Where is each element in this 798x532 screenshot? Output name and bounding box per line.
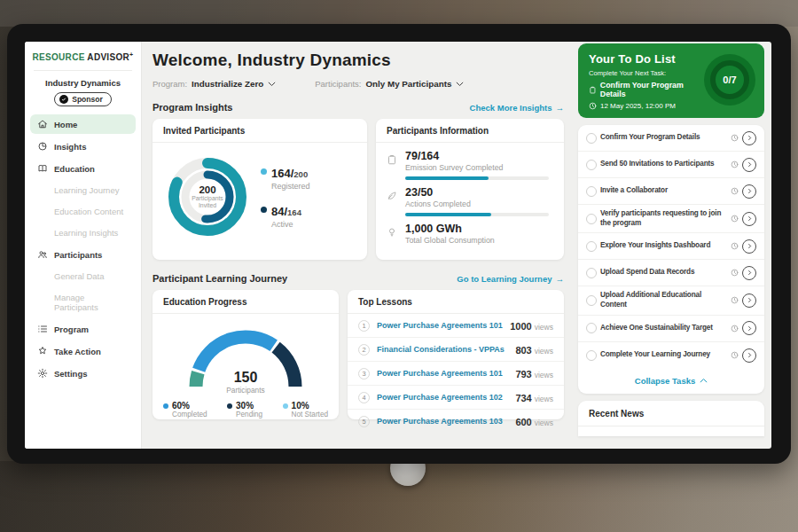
sidebar-item-manage-participants[interactable]: Manage Participants xyxy=(30,288,136,317)
sidebar-item-insights[interactable]: Insights xyxy=(30,137,136,156)
lesson-link[interactable]: Power Purchase Agreements 103 xyxy=(377,417,508,426)
go-to-learning-journey-link[interactable]: Go to Learning Journey → xyxy=(457,274,564,284)
sidebar-item-settings[interactable]: Settings xyxy=(30,364,136,383)
chevron-right-icon xyxy=(747,215,753,222)
top-lessons-card: Top Lessons 1 Power Purchase Agreements … xyxy=(348,290,564,419)
stat-total-consumption: 1,000 GWh Total Global Consumption xyxy=(387,223,553,249)
card-title: Top Lessons xyxy=(348,290,564,314)
sidebar-item-label: Manage Participants xyxy=(54,293,98,312)
task-label: Send 50 Invitations to Participants xyxy=(600,155,727,174)
sidebar-item-label: Learning Journey xyxy=(54,185,119,195)
task-checkbox[interactable] xyxy=(586,133,597,144)
monitor-bezel: RESOURCE ADVISOR+ Industry Dynamics Spon… xyxy=(7,24,791,464)
views-count: 793 xyxy=(515,369,531,379)
sidebar-item-learning-journey[interactable]: Learning Journey xyxy=(30,181,136,200)
lesson-link[interactable]: Power Purchase Agreements 101 xyxy=(377,321,503,330)
background-wall-top xyxy=(0,0,798,27)
gauge-center-value: 150 xyxy=(175,371,317,386)
sidebar-item-learning-insights[interactable]: Learning Insights xyxy=(30,223,136,242)
clock-icon xyxy=(731,296,739,304)
sidebar-item-education[interactable]: Education xyxy=(30,159,136,178)
stat-value: 23/50 xyxy=(405,186,549,199)
views-word: views xyxy=(535,395,553,403)
task-row: Explore Your Insights Dashboard xyxy=(578,233,764,260)
sidebar-item-take-action[interactable]: Take Action xyxy=(30,341,136,361)
task-checkbox[interactable] xyxy=(586,268,597,278)
lesson-row: 5 Power Purchase Agreements 103 600views xyxy=(348,410,564,433)
lesson-row: 1 Power Purchase Agreements 101 1000view… xyxy=(348,314,564,338)
lesson-link[interactable]: Power Purchase Agreements 101 xyxy=(377,369,508,378)
lesson-link[interactable]: Power Purchase Agreements 102 xyxy=(377,393,508,402)
views-word: views xyxy=(535,371,553,379)
task-go-button[interactable] xyxy=(742,131,756,145)
sidebar-item-home[interactable]: Home xyxy=(30,114,136,134)
program-dropdown[interactable]: Program: Industrialize Zero xyxy=(153,79,276,89)
task-go-button[interactable] xyxy=(742,158,756,172)
sidebar-item-label: Learning Insights xyxy=(54,228,118,238)
todo-next-task: Confirm Your Program Details xyxy=(589,81,708,98)
task-go-button[interactable] xyxy=(742,212,756,226)
todo-progress-ring: 0/7 xyxy=(704,54,755,106)
participants-value: Only My Participants xyxy=(365,79,451,89)
sidebar-item-label: Home xyxy=(54,120,77,129)
views-count: 1000 xyxy=(510,321,531,332)
clock-icon xyxy=(731,134,739,142)
collapse-label: Collapse Tasks xyxy=(635,376,695,386)
task-row: Upload Additional Educational Content xyxy=(578,286,764,315)
task-label: Upload Spend Data Records xyxy=(600,263,727,282)
task-checkbox[interactable] xyxy=(586,323,597,333)
active-total: 164 xyxy=(287,207,301,217)
leaf-icon xyxy=(387,186,398,216)
task-go-button[interactable] xyxy=(742,293,756,308)
sponsor-badge[interactable]: Sponsor xyxy=(54,92,111,106)
task-go-button[interactable] xyxy=(742,184,756,199)
task-checkbox[interactable] xyxy=(586,160,597,170)
legend-pending: 30% Pending xyxy=(227,401,262,419)
collapse-tasks-link[interactable]: Collapse Tasks xyxy=(578,369,764,394)
registered-total: 200 xyxy=(293,169,308,179)
rank-badge: 4 xyxy=(358,392,370,403)
page-title: Welcome, Industry Dynamics xyxy=(153,51,564,70)
todo-summary-card: Your To Do List Complete Your Next Task:… xyxy=(578,43,764,118)
lesson-row: 4 Power Purchase Agreements 102 734views xyxy=(348,386,564,410)
task-checkbox[interactable] xyxy=(586,241,597,252)
logo-plus: + xyxy=(129,51,133,58)
chevron-right-icon xyxy=(747,325,753,332)
sidebar-item-label: Participants xyxy=(54,250,102,260)
sidebar-item-participants[interactable]: Participants xyxy=(30,245,136,264)
task-go-button[interactable] xyxy=(742,239,756,254)
lesson-link[interactable]: Financial Considerations - VPPAs xyxy=(377,345,508,354)
registered-value: 164/ xyxy=(271,167,293,180)
task-checkbox[interactable] xyxy=(586,350,597,361)
sidebar-item-label: Education Content xyxy=(54,207,123,216)
arrow-right-icon: → xyxy=(556,103,565,113)
main-content: Welcome, Industry Dynamics Program: Indu… xyxy=(142,42,575,449)
sidebar-item-label: General Data xyxy=(54,271,105,281)
program-value: Industrialize Zero xyxy=(192,79,263,89)
sidebar-item-label: Program xyxy=(54,325,89,334)
clock-icon xyxy=(731,160,739,168)
sidebar-item-general-data[interactable]: General Data xyxy=(30,267,136,286)
progress-track xyxy=(405,213,549,216)
legend-dot xyxy=(283,403,288,409)
background-room: RESOURCE ADVISOR+ Industry Dynamics Spon… xyxy=(0,0,798,532)
task-checkbox[interactable] xyxy=(586,214,597,224)
task-go-button[interactable] xyxy=(742,348,756,363)
task-go-button[interactable] xyxy=(742,321,756,335)
registered-label: Registered xyxy=(271,182,310,191)
sidebar-item-program[interactable]: Program xyxy=(30,319,136,339)
task-checkbox[interactable] xyxy=(586,186,597,197)
task-row: Complete Your Learning Journey xyxy=(578,342,764,369)
donut-legend: 164/200 Registered 84/164 Active xyxy=(261,165,310,229)
lesson-row: 2 Financial Considerations - VPPAs 803vi… xyxy=(348,338,564,362)
sidebar-item-education-content[interactable]: Education Content xyxy=(30,202,136,221)
task-checkbox[interactable] xyxy=(586,295,597,306)
task-go-button[interactable] xyxy=(742,266,756,280)
views-word: views xyxy=(535,347,553,356)
participants-dropdown[interactable]: Participants: Only My Participants xyxy=(315,79,464,89)
participants-information-card: Participants Information 79/164 Emission… xyxy=(376,119,564,260)
legend-active: 84/164 Active xyxy=(261,203,310,229)
check-more-insights-link[interactable]: Check More Insights → xyxy=(470,103,564,113)
dashboard-screen: RESOURCE ADVISOR+ Industry Dynamics Spon… xyxy=(25,42,771,449)
learning-journey-title: Participant Learning Journey xyxy=(153,273,287,284)
